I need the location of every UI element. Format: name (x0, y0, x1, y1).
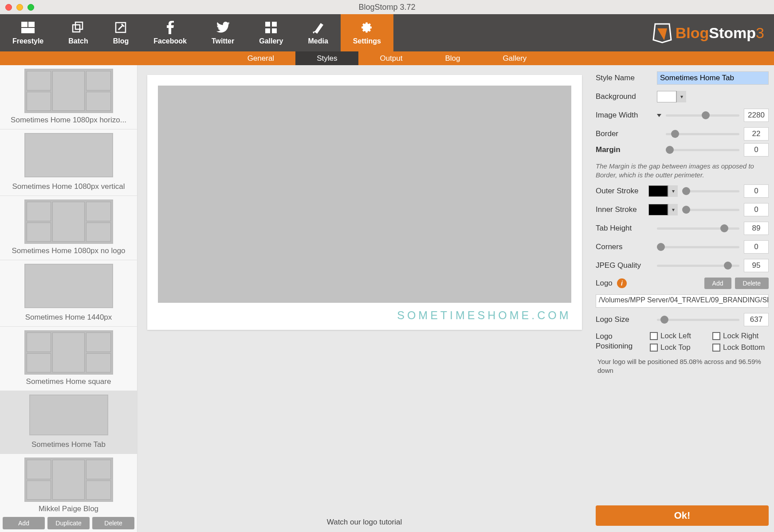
jpeg-quality-value[interactable] (744, 259, 769, 272)
toolbar-blog[interactable]: Blog (101, 14, 141, 51)
border-slider[interactable] (666, 133, 739, 135)
lock-right-checkbox[interactable]: Lock Right (712, 332, 769, 340)
minimize-window-icon[interactable] (16, 4, 23, 11)
ok-button[interactable]: Ok! (596, 505, 769, 526)
jpeg-quality-slider[interactable] (657, 265, 739, 267)
logo-label: Logo (596, 279, 613, 288)
toolbar-label: Blog (113, 37, 129, 45)
style-item[interactable]: Sometimes Home square (0, 327, 137, 391)
chevron-down-icon[interactable]: ▾ (668, 185, 678, 197)
toolbar-freestyle[interactable]: Freestyle (0, 14, 56, 51)
style-item-selected[interactable]: Sometimes Home Tab (0, 391, 137, 454)
toolbar-label: Gallery (259, 37, 283, 45)
svg-rect-3 (73, 25, 80, 32)
svg-rect-9 (272, 28, 277, 33)
lock-bottom-checkbox[interactable]: Lock Bottom (712, 343, 769, 352)
gallery-icon (264, 20, 278, 35)
titlebar: BlogStomp 3.72 (0, 0, 774, 14)
logo-size-value[interactable] (744, 313, 769, 326)
chevron-down-icon[interactable]: ▾ (668, 204, 678, 215)
style-item[interactable]: Sometimes Home 1440px (0, 260, 137, 327)
app-title: BlogStomp 3.72 (358, 3, 415, 12)
toolbar-label: Settings (353, 37, 381, 45)
toolbar-batch[interactable]: Batch (56, 14, 100, 51)
duplicate-style-button[interactable]: Duplicate (47, 517, 90, 529)
tab-styles[interactable]: Styles (295, 51, 358, 65)
style-item-label: Sometimes Home 1080px horizo... (0, 116, 137, 125)
corners-slider[interactable] (657, 246, 739, 248)
style-list[interactable]: Sometimes Home 1080px horizo... Sometime… (0, 65, 138, 532)
style-item-label: Mikkel Paige Blog (0, 505, 137, 513)
style-item[interactable]: Mikkel Paige Blog (0, 454, 137, 518)
tab-general[interactable]: General (226, 51, 295, 65)
margin-label: Margin (596, 145, 652, 154)
style-name-label: Style Name (596, 74, 652, 82)
svg-rect-7 (272, 22, 277, 27)
color-swatch-black (648, 185, 668, 197)
svg-rect-8 (265, 28, 270, 33)
tab-output[interactable]: Output (358, 51, 424, 65)
lock-top-checkbox[interactable]: Lock Top (650, 343, 706, 352)
style-item[interactable]: Sometimes Home 1080px no logo (0, 196, 137, 260)
freestyle-icon (21, 20, 35, 35)
toolbar-settings[interactable]: Settings (341, 14, 393, 51)
style-item-label: Sometimes Home 1440px (0, 313, 137, 322)
toolbar-gallery[interactable]: Gallery (247, 14, 295, 51)
margin-hint: The Margin is the gap between images as … (596, 162, 769, 179)
image-width-slider[interactable] (666, 114, 739, 117)
facebook-icon (163, 20, 177, 35)
outer-stroke-slider[interactable] (682, 190, 739, 192)
batch-icon (71, 20, 85, 35)
preview-watermark: SOMETIMESHOME.COM (158, 309, 571, 322)
tab-height-slider[interactable] (657, 227, 739, 230)
blog-icon (114, 20, 128, 35)
inner-stroke-value[interactable] (744, 203, 769, 216)
logo-delete-button[interactable]: Delete (735, 278, 769, 289)
delete-style-button[interactable]: Delete (92, 517, 134, 529)
outer-stroke-value[interactable] (744, 184, 769, 198)
twitter-icon (216, 20, 230, 35)
margin-slider[interactable] (666, 149, 739, 151)
tab-gallery[interactable]: Gallery (482, 51, 548, 65)
app-logo: BlogStomp3 (652, 14, 774, 51)
style-name-input[interactable] (657, 71, 769, 85)
toolbar-facebook[interactable]: Facebook (141, 14, 199, 51)
tutorial-link[interactable]: Watch our logo tutorial (327, 518, 402, 527)
corners-label: Corners (596, 243, 652, 251)
style-item-label: Sometimes Home Tab (0, 440, 137, 449)
zoom-window-icon[interactable] (28, 4, 34, 11)
lock-left-checkbox[interactable]: Lock Left (650, 332, 706, 340)
style-item[interactable]: Sometimes Home 1080px vertical (0, 129, 137, 196)
tab-height-value[interactable] (744, 222, 769, 235)
info-icon[interactable]: i (617, 278, 627, 288)
logo-add-button[interactable]: Add (704, 278, 731, 289)
style-list-footer: Add Duplicate Delete (0, 514, 137, 532)
close-window-icon[interactable] (5, 4, 12, 11)
color-swatch-white (657, 91, 676, 102)
chevron-down-icon[interactable]: ▾ (676, 91, 686, 102)
border-value[interactable] (744, 127, 769, 141)
tab-blog[interactable]: Blog (424, 51, 481, 65)
inner-stroke-color-picker[interactable]: ▾ (648, 204, 678, 215)
settings-panel: Style Name Background ▾ Image Width Bord… (591, 65, 774, 532)
logo-size-label: Logo Size (596, 315, 652, 324)
corners-value[interactable] (744, 240, 769, 254)
background-color-picker[interactable]: ▾ (657, 91, 686, 102)
image-width-value[interactable] (744, 109, 769, 122)
settings-icon (360, 20, 374, 35)
style-item[interactable]: Sometimes Home 1080px horizo... (0, 65, 137, 129)
svg-rect-6 (265, 22, 270, 27)
logo-positioning-label: Logo Positioning (596, 332, 644, 351)
toolbar-twitter[interactable]: Twitter (199, 14, 247, 51)
logo-size-slider[interactable] (657, 319, 739, 321)
logo-path-field[interactable]: /Volumes/MPP Server/04_TRAVEL/09_BRANDIN… (596, 294, 769, 308)
add-style-button[interactable]: Add (3, 517, 45, 529)
toolbar-media[interactable]: Media (295, 14, 340, 51)
outer-stroke-color-picker[interactable]: ▾ (648, 185, 678, 197)
svg-rect-1 (28, 22, 35, 27)
margin-value[interactable] (744, 143, 769, 156)
logo-position-note: Your logo will be positioned 85.08% acro… (596, 357, 769, 376)
inner-stroke-slider[interactable] (682, 209, 739, 211)
dropdown-icon[interactable] (657, 114, 661, 117)
outer-stroke-label: Outer Stroke (596, 187, 644, 196)
